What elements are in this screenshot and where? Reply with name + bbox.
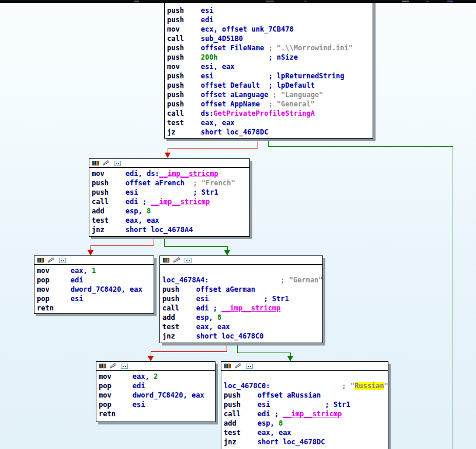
node-color-palette-icon[interactable] [37,258,44,263]
asm-segment-o: offset aGerman [196,285,255,293]
node-pencil-icon[interactable] [235,363,242,369]
asm-line[interactable]: test eax, eax [162,322,322,331]
asm-line[interactable]: test eax, eax [167,118,373,127]
asm-line[interactable]: mov ecx, offset unk_7CB478 [167,25,373,34]
asm-line[interactable]: push 200h ; nSize [167,53,373,62]
asm-line[interactable]: mov eax, 1 [37,266,154,275]
edge-german-to-russian-green [237,353,291,353]
asm-segment-b: ; Str1 [138,188,218,196]
asm-line[interactable]: push offset aFrench ; "French" [92,178,249,188]
edge-entry-to-exit-green [268,138,269,147]
graph-canvas[interactable]: sub_467850 proc nearpush esipush edimov … [0,0,476,449]
node-frame-icon[interactable] [121,364,128,369]
asm-line[interactable]: loc_4678A4: ; "German" [162,275,322,285]
asm-line[interactable]: pop edi [99,381,215,391]
asm-segment-o: edi, ds: [126,170,159,178]
block-french-check[interactable]: mov edi, ds:__imp__stricmppush offset aF… [89,158,250,237]
asm-line[interactable]: mov eax, 2 [99,372,215,381]
node-frame-icon[interactable] [114,161,121,166]
node-pencil-icon[interactable] [103,160,110,166]
block-german-check[interactable]: loc_4678A4: ; "German"push offset aGerma… [159,255,323,343]
node-pencil-icon[interactable] [48,257,55,263]
asm-line[interactable]: add esp, 8 [224,419,388,428]
node-pencil-icon[interactable] [110,363,117,369]
asm-segment-o: eax, eax [126,216,159,224]
block-russian-check[interactable]: loc_4678C0: ; "Russian"push offset aRuss… [221,361,388,449]
asm-line[interactable]: push esi ; Str1 [224,400,388,409]
node-color-palette-icon[interactable] [99,364,106,368]
asm-line[interactable]: call ds:GetPrivateProfileStringA [167,109,373,118]
asm-line[interactable]: push offset aGerman [162,285,322,294]
node-frame-icon[interactable] [185,258,192,263]
asm-line[interactable]: push esi ; Str1 [162,294,322,303]
asm-line[interactable]: add esp, 8 [162,313,322,322]
asm-line[interactable]: loc_4678C0: ; "Russian" [224,381,388,391]
frame-icon-dots [248,366,249,367]
asm-line[interactable]: jnz short loc_4678DC [224,437,388,447]
asm-line[interactable]: jnz short loc_4678C0 [162,331,322,341]
asm-segment-m: jz [167,128,201,136]
asm-line[interactable]: mov dword_7C8420, eax [99,391,215,400]
node-frame-icon[interactable] [246,364,253,369]
asm-line[interactable]: mov esi, eax [167,62,373,71]
asm-line[interactable]: push edi [167,15,373,25]
asm-segment-o: edi [133,382,145,390]
asm-segment-o: offset aFrench [126,179,185,187]
asm-line[interactable]: push esi ; lpReturnedString [167,71,373,81]
asm-line[interactable]: retn [99,409,215,419]
asm-segment-o: short loc_4678DC [201,128,269,136]
asm-line[interactable]: push offset Default ; lpDefault [167,81,373,90]
asm-segment-b: ; Str1 [209,295,289,303]
asm-line[interactable]: jz short loc_4678DC [167,127,373,137]
asm-line[interactable]: push offset AppName ; "General" [167,99,373,109]
asm-segment-m: mov [92,170,126,178]
asm-segment-m: add [224,419,258,427]
asm-segment-m: mov [37,267,71,275]
edge-french-to-return1-red-arrowhead [88,250,93,255]
asm-segment-m: push [92,188,126,196]
asm-segment-m: mov [167,25,201,33]
asm-line[interactable]: call sub_4D51B0 [167,34,373,43]
asm-line[interactable]: pop edi [37,275,154,285]
asm-line[interactable]: push offset aLanguage ; "Language" [167,90,373,99]
asm-segment-b: ; lpDefault [260,81,315,89]
asm-line[interactable]: retn [37,303,154,313]
asm-line[interactable]: mov dword_7C8420, eax [37,285,154,294]
edge-french-to-return1-red [91,245,154,246]
block-return-1[interactable]: mov eax, 1pop edimov dword_7C8420, eaxpo… [34,255,154,314]
asm-line[interactable]: test eax, eax [92,216,249,225]
asm-line[interactable]: push offset aRussian [224,391,388,400]
asm-line[interactable]: push offset FileName ; ".\\Morrowind.ini… [167,43,373,53]
node-color-palette-icon[interactable] [92,161,99,165]
asm-segment-m: push [167,16,201,24]
node-title-bar [160,256,322,265]
asm-line[interactable]: pop esi [37,294,154,303]
asm-segment-m: pop [37,295,71,303]
asm-code-area: loc_4678C0: ; "Russian"push offset aRuss… [221,371,388,447]
asm-line[interactable]: call edi ; __imp__stricmp [92,197,249,206]
edge-entry-to-french-red [258,138,258,148]
node-frame-icon[interactable] [59,258,66,263]
asm-line[interactable]: call edi ; __imp__stricmp [162,303,322,313]
node-pencil-icon[interactable] [173,257,180,263]
node-color-palette-icon[interactable] [224,364,231,368]
edge-french-to-return1-red [154,237,154,246]
asm-line[interactable]: test eax, eax [224,428,388,437]
asm-line[interactable]: jnz short loc_4678A4 [92,225,249,234]
asm-segment-m: mov [99,391,133,399]
asm-segment-m: add [92,207,126,215]
frame-icon-dots [61,260,62,261]
asm-segment-o: eax, eax [196,323,230,331]
asm-segment-cg: ; " [270,382,355,390]
block-entry[interactable]: sub_467850 proc nearpush esipush edimov … [164,0,373,139]
asm-line[interactable]: add esp, 8 [92,206,249,216]
asm-line[interactable]: push esi ; Str1 [92,188,249,197]
frame-icon-dots [186,260,187,261]
asm-line[interactable]: pop esi [99,400,215,409]
node-color-palette-icon[interactable] [163,258,169,263]
asm-line[interactable]: push esi [167,6,373,15]
asm-line[interactable]: mov edi, ds:__imp__stricmp [92,169,249,178]
asm-segment-i: GetPrivateProfileStringA [213,109,314,118]
asm-line[interactable]: call edi ; __imp__stricmp [224,409,388,419]
block-return-2[interactable]: mov eax, 2pop edimov dword_7C8420, eaxpo… [96,361,216,422]
